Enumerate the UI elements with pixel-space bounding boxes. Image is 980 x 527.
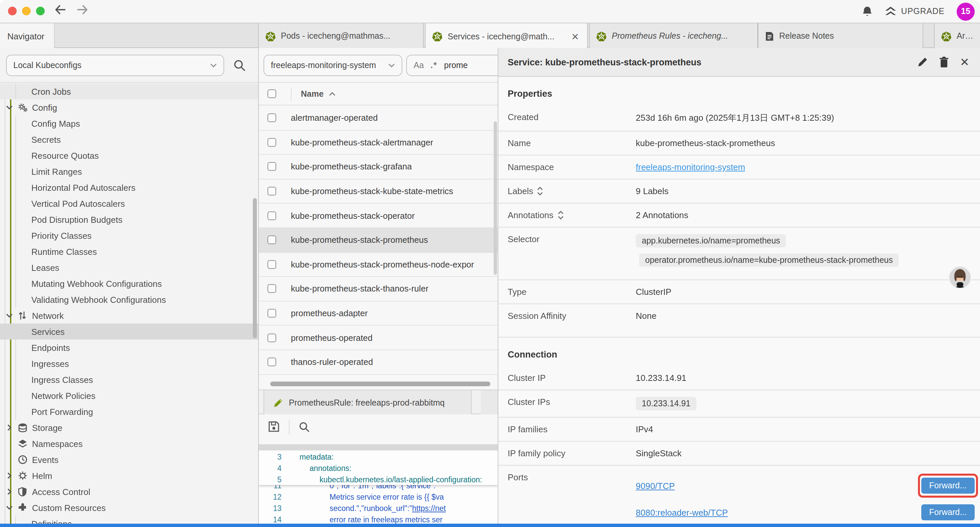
edit-button[interactable] (917, 57, 928, 67)
notifications-bell-icon[interactable] (862, 6, 872, 17)
sidebar-item-endpoints[interactable]: Endpoints (0, 339, 258, 355)
search-input[interactable]: Aa .* prome (406, 55, 498, 76)
assistant-avatar[interactable] (949, 266, 971, 289)
app-tab[interactable]: Prometheus Rules - icecheng... (589, 23, 758, 49)
sidebar-item-label: Ingresses (31, 358, 69, 369)
row-checkbox[interactable] (267, 211, 276, 220)
sidebar-item-namespaces[interactable]: Namespaces (0, 436, 258, 452)
code-editor[interactable]: 3metadata:4annotations:5kubectl.kubernet… (259, 451, 498, 527)
sidebar-item-mutating-webhook-configurations[interactable]: Mutating Webhook Configurations (0, 275, 258, 291)
close-tab-icon[interactable]: ✕ (570, 31, 581, 42)
close-button[interactable]: ✕ (960, 56, 970, 68)
traffic-light-minimize-button[interactable] (22, 7, 31, 15)
editor-tab[interactable]: PrometheusRule: freeleaps-prod-rabbitmq (264, 390, 472, 415)
sidebar-item-ingress-classes[interactable]: Ingress Classes (0, 372, 258, 388)
table-row[interactable]: kube-prometheus-stack-prometheus-node-ex… (259, 253, 498, 277)
table-row[interactable]: kube-prometheus-stack-prometheus (259, 228, 498, 253)
sidebar-item-config[interactable]: Config (0, 99, 258, 115)
namespace-link[interactable]: freeleaps-monitoring-system (636, 162, 745, 172)
sidebar-item-limit-ranges[interactable]: Limit Ranges (0, 164, 258, 180)
save-icon[interactable] (268, 421, 280, 432)
back-icon[interactable] (55, 5, 66, 15)
app-tab[interactable]: Pods - icecheng@mathmas... (258, 23, 424, 49)
line-number: 11 (259, 485, 288, 489)
sort-updown-icon[interactable] (557, 211, 563, 220)
sidebar-item-runtime-classes[interactable]: Runtime Classes (0, 244, 258, 260)
sidebar-item-horizontal-pod-autoscalers[interactable]: Horizontal Pod Autoscalers (0, 180, 258, 196)
row-checkbox[interactable] (267, 333, 276, 342)
row-checkbox[interactable] (267, 138, 276, 147)
forward-icon[interactable] (77, 5, 88, 15)
table-row[interactable]: prometheus-adapter (259, 301, 498, 326)
table-row[interactable]: kube-prometheus-stack-kube-state-metrics (259, 180, 498, 204)
table-row[interactable]: kube-prometheus-stack-alertmanager (259, 131, 498, 155)
sidebar-item-cron-jobs[interactable]: Cron Jobs (0, 83, 258, 99)
row-checkbox[interactable] (267, 187, 276, 196)
sidebar-item-ingresses[interactable]: Ingresses (0, 355, 258, 372)
app-tab[interactable]: Release Notes (758, 23, 923, 49)
app-tab[interactable]: Services - icecheng@math...✕ (425, 23, 588, 49)
sidebar-item-port-forwarding[interactable]: Port Forwarding (0, 404, 258, 420)
delete-button[interactable] (939, 57, 949, 67)
traffic-light-zoom-button[interactable] (36, 7, 45, 15)
sidebar-item-leases[interactable]: Leases (0, 260, 258, 275)
sort-updown-icon[interactable] (538, 187, 543, 196)
row-checkbox[interactable] (267, 358, 276, 366)
app-tab[interactable]: Argo Se (934, 23, 980, 49)
chevron-right-icon[interactable] (5, 488, 13, 495)
forward-button[interactable]: Forward... (921, 504, 975, 520)
table-row[interactable]: thanos-ruler-operated (259, 350, 498, 374)
chevron-down-icon[interactable] (5, 506, 13, 509)
row-checkbox[interactable] (267, 162, 276, 171)
tab-navigator[interactable]: Navigator (0, 23, 55, 49)
editor-search-icon[interactable] (299, 421, 310, 432)
sidebar-item-validating-webhook-configurations[interactable]: Validating Webhook Configurations (0, 291, 258, 307)
table-row[interactable]: kube-prometheus-stack-thanos-ruler (259, 277, 498, 301)
row-checkbox[interactable] (267, 260, 276, 269)
table-row[interactable]: kube-prometheus-stack-grafana (259, 155, 498, 179)
row-checkbox[interactable] (267, 114, 276, 123)
table-row[interactable]: kube-prometheus-stack-operator (259, 204, 498, 228)
sidebar-item-priority-classes[interactable]: Priority Classes (0, 228, 258, 244)
sidebar-item-services[interactable]: Services (0, 323, 258, 339)
sidebar-item-access-control[interactable]: Access Control (0, 484, 258, 500)
sidebar-item-helm[interactable]: Helm (0, 468, 258, 484)
sidebar-item-config-maps[interactable]: Config Maps (0, 115, 258, 131)
sidebar-item-resource-quotas[interactable]: Resource Quotas (0, 147, 258, 164)
sidebar-item-events[interactable]: Events (0, 452, 258, 468)
chevron-down-icon[interactable] (5, 314, 13, 318)
row-checkbox[interactable] (267, 236, 276, 245)
port-link[interactable]: 8080:reloader-web/TCP (636, 507, 728, 517)
table-row[interactable]: prometheus-operated (259, 326, 498, 350)
sidebar-item-network-policies[interactable]: Network Policies (0, 388, 258, 404)
row-checkbox[interactable] (267, 285, 276, 293)
traffic-light-close-button[interactable] (8, 7, 17, 15)
list-scrollbar[interactable] (494, 121, 497, 275)
match-case-toggle[interactable]: Aa (414, 61, 424, 70)
editor-scroll-strip[interactable] (259, 444, 498, 450)
chevron-right-icon[interactable] (5, 472, 13, 479)
sidebar-search-icon[interactable] (234, 59, 245, 72)
select-all-checkbox[interactable] (267, 89, 276, 98)
table-row[interactable]: alertmanager-operated (259, 106, 498, 131)
user-avatar-badge[interactable]: 15 (957, 2, 975, 20)
sidebar-item-storage[interactable]: Storage (0, 420, 258, 436)
row-checkbox[interactable] (267, 309, 276, 318)
editor-tab-partial[interactable] (481, 390, 498, 415)
port-link[interactable]: 9090/TCP (636, 481, 675, 490)
chevron-right-icon[interactable] (5, 424, 13, 431)
sidebar-item-secrets[interactable]: Secrets (0, 131, 258, 147)
upgrade-button[interactable]: UPGRADE (884, 6, 945, 17)
list-horizontal-scrollbar[interactable] (270, 382, 490, 386)
namespace-select[interactable]: freeleaps-monitoring-system (264, 55, 402, 76)
sidebar-scrollbar[interactable] (253, 198, 257, 338)
forward-button[interactable]: Forward... (921, 478, 975, 494)
sidebar-item-pod-disruption-budgets[interactable]: Pod Disruption Budgets (0, 212, 258, 228)
kubeconfig-select[interactable]: Local Kubeconfigs (6, 55, 224, 76)
regex-toggle[interactable]: .* (431, 61, 438, 70)
sidebar-item-network[interactable]: Network (0, 307, 258, 323)
sidebar-item-custom-resources[interactable]: Custom Resources (0, 500, 258, 516)
column-header-name[interactable]: Name (291, 87, 336, 100)
sidebar-item-vertical-pod-autoscalers[interactable]: Vertical Pod Autoscalers (0, 196, 258, 212)
chevron-down-icon[interactable] (5, 105, 13, 110)
